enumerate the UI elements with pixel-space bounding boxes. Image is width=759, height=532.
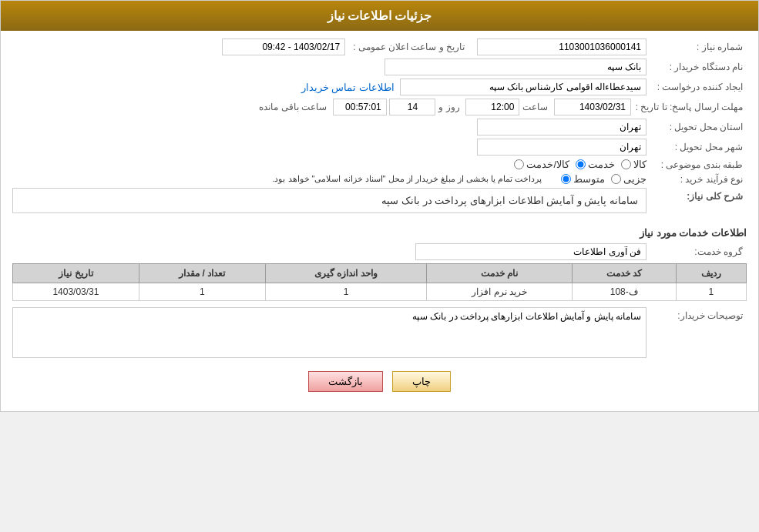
chap-button[interactable]: چاپ — [392, 371, 451, 392]
cell-vahed: 1 — [265, 283, 427, 301]
col-kod: کد خدمت — [572, 264, 676, 283]
tarikh-input — [222, 38, 345, 55]
jozei-radio[interactable] — [611, 174, 621, 184]
kala-khedmat-label: کالا/خدمت — [526, 159, 569, 170]
kala-label: کالا — [633, 159, 646, 170]
nam-dastgah-input — [385, 59, 646, 75]
cell-nam: خرید نرم افزار — [427, 283, 573, 301]
khedmat-radio[interactable] — [576, 159, 586, 169]
motavasset-radio-item: متوسط — [561, 173, 605, 185]
khedmat-radio-item: خدمت — [576, 159, 615, 170]
kala-khedmat-radio[interactable] — [514, 159, 524, 169]
tosifat-box: سامانه پایش و آمایش اطلاعات ابزارهای پرد… — [12, 307, 646, 360]
mohlat-mande-label: ساعت باقی مانده — [259, 102, 327, 112]
farayand-radio-group: متوسط جزیی — [561, 173, 646, 185]
row-shomare-tarikh: شماره نیاز : تاریخ و ساعت اعلان عمومی : — [12, 38, 747, 55]
ostan-label: استان محل تحویل : — [646, 122, 747, 132]
mohlat-saat-label: ساعت — [522, 102, 548, 112]
ijan-input — [400, 79, 646, 95]
tarikh-label: تاریخ و ساعت اعلان عمومی : — [345, 42, 468, 52]
sharh-text: سامانه پایش و آمایش اطلاعات ابزارهای پرد… — [381, 195, 638, 206]
kala-radio[interactable] — [621, 159, 631, 169]
jozei-radio-item: جزیی — [611, 173, 646, 185]
bazgasht-button[interactable]: بازگشت — [308, 371, 383, 392]
grohe-input — [415, 243, 646, 260]
tabaqe-radio-group: کالا/خدمت خدمت کالا — [514, 159, 646, 170]
row-noe-farayand: نوع فرآیند خرید : متوسط جزیی پرداخت تمام… — [12, 173, 747, 185]
row-tosifat: توصیحات خریدار: سامانه پایش و آمایش اطلا… — [12, 307, 747, 360]
khadamat-table: ردیف کد خدمت نام خدمت واحد اندازه گیری ت… — [12, 263, 747, 301]
mohlat-label: مهلت ارسال پاسخ: تا تاریخ : — [631, 102, 747, 112]
row-ijan: ایجاد کننده درخواست : اطلاعات تماس خریدا… — [12, 79, 747, 95]
row-mohlat: مهلت ارسال پاسخ: تا تاریخ : ساعت روز و س… — [12, 99, 747, 115]
content-area: شماره نیاز : تاریخ و ساعت اعلان عمومی : … — [1, 31, 758, 411]
kala-radio-item: کالا — [621, 159, 646, 170]
tabaqe-label: طبقه بندی موضوعی : — [646, 159, 747, 170]
mohlat-date-input — [554, 99, 631, 115]
ijan-label: ایجاد کننده درخواست : — [646, 82, 747, 92]
col-tedad: تعداد / مقدار — [139, 264, 265, 283]
table-row: 1 ف-108 خرید نرم افزار 1 1 1403/03/31 — [13, 283, 747, 301]
kala-khedmat-radio-item: کالا/خدمت — [514, 159, 569, 170]
sharh-box: سامانه پایش و آمایش اطلاعات ابزارهای پرد… — [12, 188, 646, 219]
cell-tarikh: 1403/03/31 — [13, 283, 139, 301]
cell-tedad: 1 — [139, 283, 265, 301]
col-vahed: واحد اندازه گیری — [265, 264, 427, 283]
row-ostan: استان محل تحویل : — [12, 119, 747, 136]
shomare-niaz-label: شماره نیاز : — [646, 42, 747, 52]
shomare-niaz-input — [477, 38, 646, 55]
sharh-content: سامانه پایش و آمایش اطلاعات ابزارهای پرد… — [12, 188, 646, 213]
khedmat-label: خدمت — [588, 159, 615, 170]
jozei-label: جزیی — [623, 173, 646, 185]
col-tarikh: تاریخ نیاز — [13, 264, 139, 283]
page-title: جزئیات اطلاعات نیاز — [327, 9, 432, 22]
mohlat-saat-input — [465, 99, 519, 115]
tosifat-label: توصیحات خریدار: — [646, 307, 747, 321]
row-shahr: شهر محل تحویل : — [12, 139, 747, 156]
shahr-input — [477, 139, 646, 156]
mohlat-roz-label: روز و — [438, 102, 459, 112]
page-header: جزئیات اطلاعات نیاز — [1, 1, 758, 31]
motavasset-radio[interactable] — [561, 174, 571, 184]
cell-radif: 1 — [676, 283, 746, 301]
page-wrapper: جزئیات اطلاعات نیاز شماره نیاز : تاریخ و… — [0, 0, 759, 412]
shahr-label: شهر محل تحویل : — [646, 142, 747, 152]
sharh-label: شرح کلی نیاز: — [646, 188, 747, 202]
tosifat-textarea: سامانه پایش و آمایش اطلاعات ابزارهای پرد… — [12, 307, 646, 358]
grohe-label: گروه خدمت: — [646, 246, 747, 257]
tamas-kharidar-link[interactable]: اطلاعات تماس خریدار — [301, 82, 395, 93]
col-radif: ردیف — [676, 264, 746, 283]
button-row: چاپ بازگشت — [12, 363, 747, 403]
motavasset-label: متوسط — [573, 173, 605, 185]
nam-dastgah-label: نام دستگاه خریدار : — [646, 62, 747, 72]
noe-farayand-label: نوع فرآیند خرید : — [646, 174, 747, 185]
mohlat-roz-input — [389, 99, 435, 115]
mohlat-mande-input — [333, 99, 387, 115]
row-grohe: گروه خدمت: — [12, 243, 747, 260]
cell-kod: ف-108 — [572, 283, 676, 301]
khadamat-title: اطلاعات خدمات مورد نیاز — [12, 227, 747, 239]
farayand-desc: پرداخت تمام یا بخشی از مبلغ خریدار از مح… — [272, 174, 542, 184]
row-sharh: شرح کلی نیاز: سامانه پایش و آمایش اطلاعا… — [12, 188, 747, 219]
row-tabaqe: طبقه بندی موضوعی : کالا/خدمت خدمت کالا — [12, 159, 747, 170]
ostan-input — [477, 119, 646, 136]
row-nam-dastgah: نام دستگاه خریدار : — [12, 59, 747, 75]
col-nam: نام خدمت — [427, 264, 573, 283]
